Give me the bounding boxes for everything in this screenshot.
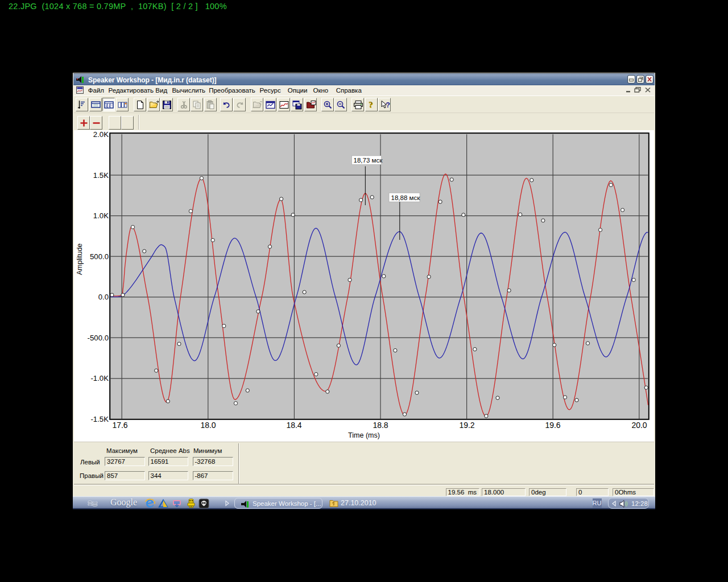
- svg-text:18,88 мск: 18,88 мск: [391, 194, 421, 201]
- svg-text:0.0: 0.0: [98, 293, 109, 301]
- svg-text:19.6: 19.6: [545, 421, 560, 430]
- svg-text:-500.0: -500.0: [88, 334, 109, 342]
- svg-text:17.6: 17.6: [112, 421, 127, 430]
- svg-text:-1.0K: -1.0K: [90, 374, 109, 383]
- svg-text:2.0K: 2.0K: [93, 130, 109, 139]
- svg-text:Amplitude: Amplitude: [76, 243, 84, 275]
- svg-text:18.8: 18.8: [373, 421, 388, 430]
- svg-text:18.4: 18.4: [286, 421, 301, 430]
- svg-text:?: ?: [369, 100, 373, 109]
- svg-text:-1.5K: -1.5K: [90, 415, 109, 423]
- svg-text:Time (ms): Time (ms): [348, 431, 380, 439]
- svg-text:20.0: 20.0: [631, 421, 647, 430]
- svg-text:19.2: 19.2: [459, 421, 474, 430]
- svg-text:18,73 мск: 18,73 мск: [354, 157, 383, 164]
- svg-text:1.0K: 1.0K: [93, 211, 109, 220]
- svg-text:1.5K: 1.5K: [93, 171, 109, 180]
- svg-text:18.0: 18.0: [200, 421, 216, 430]
- svg-text:500.0: 500.0: [90, 252, 109, 261]
- svg-text:?: ?: [386, 101, 390, 109]
